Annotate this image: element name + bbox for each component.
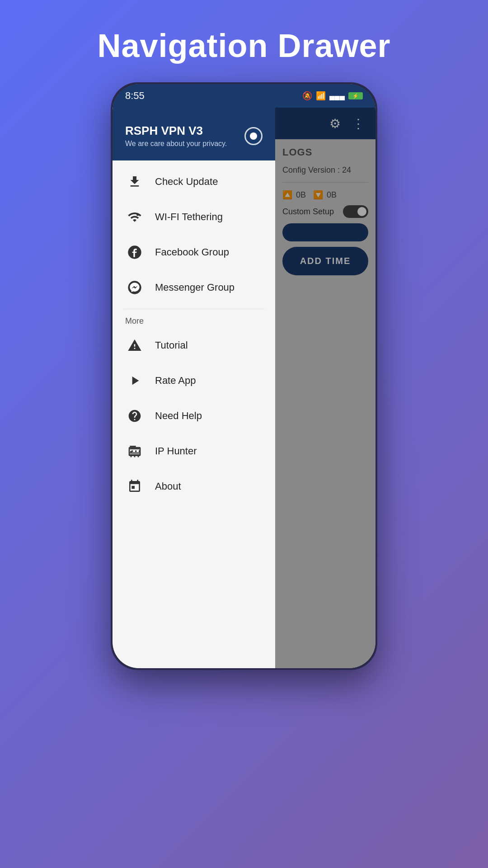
screen-content: RSPH VPN V3 We are care about your priva… [113, 108, 375, 668]
sun-icon [244, 127, 263, 145]
need-help-label: Need Help [155, 410, 202, 422]
drawer-item-need-help[interactable]: Need Help [113, 398, 275, 434]
drawer-item-ip-hunter[interactable]: IP Hunter [113, 434, 275, 469]
navigation-drawer[interactable]: RSPH VPN V3 We are care about your priva… [113, 108, 275, 668]
help-circle-icon [125, 406, 144, 425]
facebook-icon [125, 243, 144, 262]
drawer-item-check-update[interactable]: Check Update [113, 164, 275, 199]
main-app-content: ⚙ ⋮ LOGS Config Version : 24 🔼 0B 🔽 0B [275, 108, 375, 668]
drawer-item-tutorial[interactable]: Tutorial [113, 328, 275, 363]
drawer-overlay [272, 108, 375, 668]
play-icon [125, 371, 144, 390]
drawer-item-facebook-group[interactable]: Facebook Group [113, 235, 275, 270]
drawer-items-list: Check Update WI-FI Tethering [113, 160, 275, 668]
drawer-header: RSPH VPN V3 We are care about your priva… [113, 108, 275, 160]
wifi-tethering-label: WI-FI Tethering [155, 211, 223, 223]
drawer-item-messenger-group[interactable]: Messenger Group [113, 270, 275, 305]
status-icons: 🔕 📶 ▄▄▄ [302, 91, 363, 101]
svg-point-10 [139, 450, 141, 452]
download-icon [125, 172, 144, 191]
router-icon [125, 442, 144, 461]
side-button-right [375, 202, 377, 251]
ip-hunter-label: IP Hunter [155, 445, 197, 457]
drawer-header-text: RSPH VPN V3 We are care about your priva… [125, 124, 227, 148]
page-title-label: Navigation Drawer [97, 27, 390, 64]
warning-icon [125, 336, 144, 355]
phone-screen: 8:55 🔕 📶 ▄▄▄ RSPH VPN V3 We ar [113, 84, 375, 668]
drawer-divider-1 [123, 309, 264, 309]
messenger-group-label: Messenger Group [155, 282, 235, 293]
app-name-label: RSPH VPN V3 [125, 124, 227, 138]
phone-frame: 8:55 🔕 📶 ▄▄▄ RSPH VPN V3 We ar [111, 82, 377, 670]
svg-point-9 [135, 450, 137, 452]
facebook-group-label: Facebook Group [155, 246, 229, 258]
tutorial-label: Tutorial [155, 340, 188, 351]
drawer-item-rate-app[interactable]: Rate App [113, 363, 275, 398]
rate-app-label: Rate App [155, 375, 196, 387]
status-time: 8:55 [125, 90, 145, 102]
more-section-label: More [113, 313, 275, 328]
app-subtitle-label: We are care about your privacy. [125, 140, 227, 148]
check-update-label: Check Update [155, 176, 218, 188]
about-label: About [155, 481, 181, 492]
bell-muted-icon: 🔕 [302, 91, 312, 101]
messenger-icon [125, 278, 144, 297]
signal-icon: ▄▄▄ [329, 92, 345, 100]
wifi-star-icon [125, 208, 144, 226]
calendar-icon [125, 477, 144, 496]
drawer-item-wifi-tethering[interactable]: WI-FI Tethering [113, 199, 275, 235]
status-bar: 8:55 🔕 📶 ▄▄▄ [113, 84, 375, 108]
svg-point-8 [131, 450, 133, 452]
battery-icon [348, 92, 363, 99]
drawer-item-about[interactable]: About [113, 469, 275, 504]
wifi-icon: 📶 [316, 91, 326, 101]
